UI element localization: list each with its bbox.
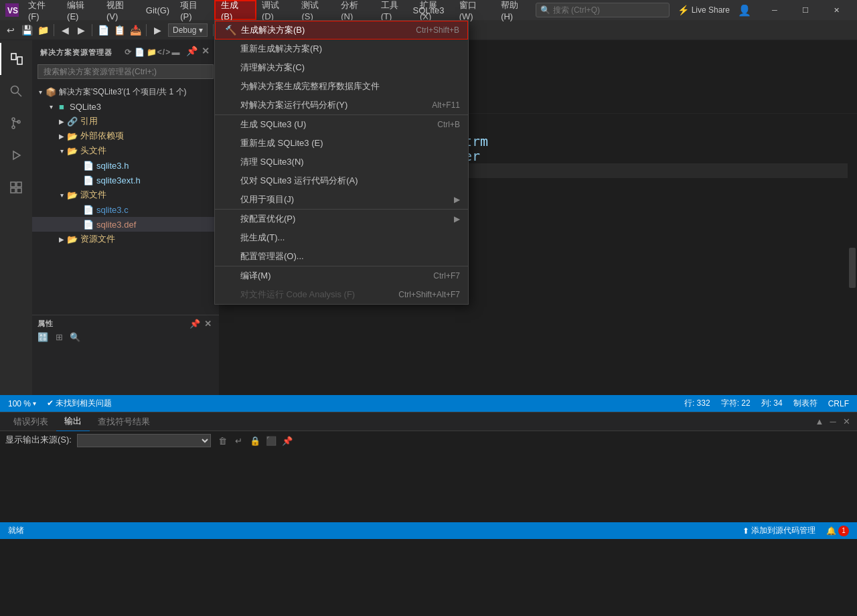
list-col-indicator[interactable]: 列: 34 [759,395,785,412]
menu-clean-solution[interactable]: 清理解决方案(C) [215,58,468,77]
menu-edit[interactable]: 编辑(E) [62,0,101,20]
activity-explorer[interactable] [0,43,32,75]
sqlite3h-node[interactable]: ▶ 📄 sqlite3.h [32,158,219,173]
save-button[interactable]: 💾 [19,22,35,38]
no-problems-indicator[interactable]: ✔ 未找到相关问题 [44,395,114,412]
debug-config-selector[interactable]: Debug ▾ [168,23,208,37]
activity-search[interactable] [0,75,32,107]
open-button[interactable]: 📁 [35,22,51,38]
menu-build-sqlite3[interactable]: 生成 SQLite3 (U) Ctrl+B [215,115,468,134]
tab-size-indicator[interactable]: 制表符 [791,395,820,412]
undo-button[interactable]: ↩ [3,22,19,38]
menu-window[interactable]: 窗口(W) [454,0,495,20]
output-minimize[interactable]: ─ [828,416,838,427]
prop-sort-btn[interactable]: 🔠 [37,331,48,342]
new-file-button[interactable]: 📄 [95,22,111,38]
sidebar-new-folder-btn[interactable]: 📁 [147,47,157,58]
menu-compile[interactable]: 编译(M) Ctrl+F7 [215,266,468,285]
menu-tools[interactable]: 工具(T) [376,0,414,20]
live-share-button[interactable]: ⚡ Live Share [672,3,735,17]
close-button[interactable]: ✕ [821,0,852,20]
build-sqlite3-icon [223,118,236,131]
menu-analyze[interactable]: 分析(N) [335,0,376,20]
menu-build-solution[interactable]: 🔨 生成解决方案(B) Ctrl+Shift+B [215,21,468,40]
solution-node[interactable]: ▾ 📦 解决方案'SQLite3'(1 个项目/共 1 个) [32,84,219,99]
menu-batch-build[interactable]: 批生成(T)... [215,228,468,247]
menu-help[interactable]: 帮助(H) [495,0,536,20]
menu-git[interactable]: Git(G) [141,0,175,20]
minimize-button[interactable]: ─ [759,0,790,20]
sidebar: 解决方案资源管理器 ⟳ 📄 📁 </> ▬ 📌 ✕ 搜索解决方案资源管理器(Ct… [32,40,220,395]
menu-only-project[interactable]: 仅用于项目(J) ▶ [215,190,468,209]
copy-button[interactable]: 📋 [111,22,127,38]
sidebar-sync-btn[interactable]: ⟳ [123,47,133,58]
activity-debug[interactable] [0,139,32,171]
sqlite3def-node[interactable]: ▶ 📄 sqlite3.def [32,217,219,232]
output-word-wrap-btn[interactable]: ↵ [232,434,246,447]
activity-extensions[interactable] [0,171,32,204]
add-to-source-control[interactable]: ⬆ 添加到源代码管理 [740,522,818,539]
row-indicator[interactable]: 行: 332 [682,395,713,412]
external-deps-node[interactable]: ▶ 📂 外部依赖项 [32,129,219,143]
menu-rebuild-sqlite3[interactable]: 重新生成 SQLite3 (E) [215,134,468,153]
output-lock-scroll-btn[interactable]: 🔒 [248,434,262,447]
sidebar-new-file-btn[interactable]: 📄 [135,47,145,58]
project-node[interactable]: ▾ ■ SQLite3 [32,99,219,114]
headers-folder-node[interactable]: ▾ 📂 头文件 [32,143,219,158]
maximize-button[interactable]: ☐ [790,0,821,20]
output-pin-btn[interactable]: 📌 [281,434,294,447]
start-debug-button[interactable]: ▶ [149,22,165,38]
global-search-input[interactable] [553,5,660,15]
tab-error-list[interactable]: 错误列表 [5,412,56,431]
prop-close-icon[interactable]: ✕ [203,318,214,329]
sqlite3c-label: sqlite3.c [96,205,129,215]
sidebar-minus-btn[interactable]: ▬ [171,47,181,58]
menu-view[interactable]: 视图(V) [101,0,141,20]
global-search-box[interactable]: 🔍 [536,3,670,17]
sidebar-code-icon[interactable]: </> [159,47,169,58]
output-find-btn[interactable]: ⬛ [264,434,278,447]
references-node[interactable]: ▶ 🔗 引用 [32,114,219,129]
notification-bell[interactable]: 🔔 1 [824,522,852,539]
output-clear-btn[interactable]: 🗑 [216,434,230,447]
menu-config-mgr[interactable]: 配置管理器(O)... [215,247,468,266]
sidebar-pin-btn[interactable]: 📌 [187,46,198,56]
paste-button[interactable]: 📥 [127,22,143,38]
output-up-arrow[interactable]: ▲ [814,416,825,427]
output-source-select[interactable] [77,434,211,447]
menu-test[interactable]: 测试(S) [296,0,335,20]
sidebar-close-btn[interactable]: ✕ [200,46,211,56]
prop-search-btn[interactable]: 🔍 [70,331,80,342]
tab-output[interactable]: 输出 [56,412,90,431]
zoom-level[interactable]: 100 % ▾ [5,395,39,412]
activity-git[interactable] [0,107,32,139]
menu-create-db[interactable]: 为解决方案生成完整程序数据库文件 [215,77,468,96]
forward-nav-button[interactable]: ▶ [73,22,89,38]
prop-grid-btn[interactable]: ⊞ [54,331,64,342]
output-close[interactable]: ✕ [841,416,852,427]
menu-run-code-analysis: 对文件运行 Code Analysis (F) Ctrl+Shift+Alt+F… [215,285,468,304]
menu-clean-sqlite3[interactable]: 清理 SQLite3(N) [215,153,468,171]
sources-folder-node[interactable]: ▾ 📂 源文件 [32,187,219,202]
sidebar-search-bar[interactable]: 搜索解决方案资源管理器(Ctrl+;) [37,64,214,79]
menu-run-analysis-solution[interactable]: 对解决方案运行代码分析(Y) Alt+F11 [215,96,468,114]
menu-file[interactable]: 文件(F) [23,0,62,20]
menu-profile-opt[interactable]: 按配置优化(P) ▶ [215,210,468,228]
sqlite3exth-node[interactable]: ▶ 📄 sqlite3ext.h [32,173,219,187]
editor-scrollbar-thumb[interactable] [849,248,856,288]
menu-debug[interactable]: 调试(D) [256,0,297,20]
rebuild-solution-label: 重新生成解决方案(R) [240,43,460,55]
sqlite3c-node[interactable]: ▶ 📄 sqlite3.c [32,202,219,217]
editor-vertical-scrollbar[interactable] [848,114,857,395]
line-ending-indicator[interactable]: CRLF [826,395,852,412]
col-indicator[interactable]: 字符: 22 [718,395,753,412]
menu-build[interactable]: 生成(B) [214,0,256,20]
resources-folder-node[interactable]: ▶ 📂 资源文件 [32,232,219,246]
tab-find-symbols[interactable]: 查找符号结果 [90,412,158,431]
menu-analysis-sqlite3[interactable]: 仅对 SQLite3 运行代码分析(A) [215,171,468,190]
menu-rebuild-solution[interactable]: 重新生成解决方案(R) [215,40,468,58]
prop-pin-icon[interactable]: 📌 [189,318,200,329]
person-icon[interactable]: 👤 [738,4,751,17]
back-nav-button[interactable]: ◀ [57,22,73,38]
menu-project[interactable]: 项目(P) [175,0,214,20]
